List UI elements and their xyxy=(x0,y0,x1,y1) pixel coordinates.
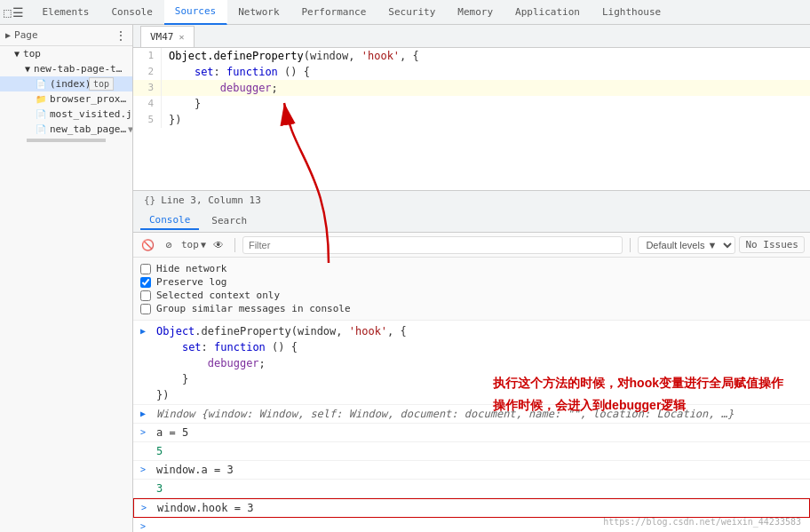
tab-security[interactable]: Security xyxy=(377,0,447,25)
console-output: ▶ Object.defineProperty(window, 'hook', … xyxy=(133,321,810,532)
code-line-4: 4 } xyxy=(133,96,810,112)
console-options: Hide network Preserve log Selected conte… xyxy=(133,258,810,321)
separator1 xyxy=(234,238,235,252)
clear-console-btn[interactable]: 🚫 xyxy=(139,236,156,254)
issues-badge[interactable]: No Issues xyxy=(739,236,805,253)
page-expand-icon: ▶ xyxy=(5,30,11,40)
sidebar-more-icon[interactable]: ⋮ xyxy=(115,28,127,43)
tree-new-tab[interactable]: ▼ new-tab-page-t… xyxy=(0,61,132,76)
result-arrow-1 xyxy=(140,443,151,459)
vm47-tab-label: VM47 xyxy=(150,31,174,43)
file-sidebar: ▶ Page ⋮ ▼ top ▼ new-tab-page-t… 📄 (inde… xyxy=(0,25,133,532)
editor-tabs: VM47 ✕ xyxy=(133,25,810,48)
prompt-3: > xyxy=(141,500,152,516)
tree-most-visited-label: most_visited.j… xyxy=(50,108,133,120)
code-line-2: 2 set: function () { xyxy=(133,64,810,80)
context-arrow: ▼ xyxy=(201,240,206,250)
devtools-icons: ⬚ ☰ xyxy=(4,5,24,20)
console-row-wa3-result: 3 xyxy=(133,480,810,498)
tooltip-top: top xyxy=(89,77,114,91)
selected-context-checkbox[interactable] xyxy=(140,290,151,301)
context-select[interactable]: top ▼ xyxy=(181,239,206,250)
console-tab-console[interactable]: Console xyxy=(140,211,199,230)
option-preserve-log: Preserve log xyxy=(140,276,803,288)
bottom-panel: Console Search 🚫 ⊘ top ▼ 👁 Default level… xyxy=(133,210,810,532)
console-row-wa3-input: > window.a = 3 xyxy=(133,461,810,480)
editor-status-bar: {} Line 3, Column 13 xyxy=(133,190,810,210)
tree-new-tab-page[interactable]: 📄 new_tab_page… ▼ xyxy=(0,122,132,137)
main-layout: ▶ Page ⋮ ▼ top ▼ new-tab-page-t… 📄 (inde… xyxy=(0,25,810,532)
code-line-5: 5 }) xyxy=(133,112,810,128)
code-line-3: 3 debugger; xyxy=(133,80,810,96)
file-icon3: 📄 xyxy=(36,124,46,134)
tree-index-label: (index) xyxy=(50,78,91,90)
preserve-log-label: Preserve log xyxy=(156,276,226,288)
preserve-log-checkbox[interactable] xyxy=(140,277,151,288)
tab-elements[interactable]: Elements xyxy=(31,0,100,25)
file-icon: 📄 xyxy=(36,79,46,89)
expand-arrow-1[interactable]: ▶ xyxy=(140,323,151,339)
group-similar-checkbox[interactable] xyxy=(140,304,151,314)
console-row-hook-input: > window.hook = 3 xyxy=(133,498,810,518)
console-row-window: ▶ Window {window: Window, self: Window, … xyxy=(133,405,810,424)
console-row-empty: > xyxy=(133,518,810,532)
option-selected-context: Selected context only xyxy=(140,290,803,301)
hide-network-checkbox[interactable] xyxy=(140,264,151,274)
tree-browser-proxy[interactable]: 📁 browser_prox… xyxy=(0,91,132,107)
vm47-tab[interactable]: VM47 ✕ xyxy=(140,26,195,47)
devtools-tab-bar: ⬚ ☰ Elements Console Sources Network Per… xyxy=(0,0,810,25)
tab-console[interactable]: Console xyxy=(100,0,163,25)
tree-new-tab-label: new-tab-page-t… xyxy=(34,63,122,75)
file-icon2: 📄 xyxy=(36,109,46,119)
tab-network[interactable]: Network xyxy=(227,0,290,25)
tab-application[interactable]: Application xyxy=(504,0,592,25)
prompt-2: > xyxy=(140,462,151,478)
selected-context-label: Selected context only xyxy=(156,290,280,301)
tree-new-tab-page-label: new_tab_page… xyxy=(50,123,126,135)
code-line-1: 1 Object.defineProperty(window, 'hook', … xyxy=(133,48,810,64)
tab-memory[interactable]: Memory xyxy=(447,0,504,25)
tree-arrow-icon: ▼ xyxy=(14,49,20,59)
option-hide-network: Hide network xyxy=(140,263,803,274)
console-row-a5-result: 5 xyxy=(133,442,810,461)
block-btn[interactable]: ⊘ xyxy=(160,236,178,254)
result-arrow-2 xyxy=(140,480,151,496)
tab-performance[interactable]: Performance xyxy=(291,0,378,25)
cursor-position: Line 3, Column 13 xyxy=(161,195,261,206)
tree-arrow-icon2: ▼ xyxy=(25,64,30,74)
tree-top-label: top xyxy=(23,48,41,60)
sidebar-scrollbar[interactable] xyxy=(27,139,106,142)
prompt-1: > xyxy=(140,425,151,441)
console-tab-search[interactable]: Search xyxy=(202,212,256,229)
tree-browser-proxy-label: browser_prox… xyxy=(50,93,126,105)
context-label: top xyxy=(181,239,199,250)
separator2 xyxy=(630,238,631,252)
expand-arrow-2[interactable]: ▶ xyxy=(140,406,151,422)
hide-network-label: Hide network xyxy=(156,263,226,274)
bracket-icon: {} xyxy=(144,195,155,206)
prompt-4: > xyxy=(140,519,151,532)
tree-most-visited[interactable]: 📄 most_visited.j… xyxy=(0,107,132,122)
inspect-icon[interactable]: ⬚ xyxy=(4,5,11,20)
folder-icon: 📁 xyxy=(36,94,46,104)
group-similar-label: Group similar messages in console xyxy=(156,303,351,314)
eye-btn[interactable]: 👁 xyxy=(210,236,227,254)
option-group-similar: Group similar messages in console xyxy=(140,303,803,314)
sidebar-page-label: Page xyxy=(14,29,38,41)
console-row-defineProperty: ▶ Object.defineProperty(window, 'hook', … xyxy=(133,322,810,405)
console-toolbar: 🚫 ⊘ top ▼ 👁 Default levels ▼ No Issues xyxy=(133,233,810,258)
code-editor: 1 Object.defineProperty(window, 'hook', … xyxy=(133,48,810,190)
tab-sources[interactable]: Sources xyxy=(164,0,227,25)
filter-input[interactable] xyxy=(242,236,623,254)
log-level-dropdown[interactable]: Default levels ▼ xyxy=(638,236,735,254)
tab-lighthouse[interactable]: Lighthouse xyxy=(592,0,672,25)
tree-top[interactable]: ▼ top xyxy=(0,46,132,61)
console-tabs: Console Search xyxy=(133,210,810,233)
console-row-a5-input: > a = 5 xyxy=(133,424,810,442)
sidebar-header: ▶ Page ⋮ xyxy=(0,25,132,46)
tree-index[interactable]: 📄 (index) top xyxy=(0,76,132,91)
vm47-close-icon[interactable]: ✕ xyxy=(179,32,185,42)
editor-area: VM47 ✕ 1 Object.defineProperty(window, '… xyxy=(133,25,810,532)
device-icon[interactable]: ☰ xyxy=(12,5,24,20)
